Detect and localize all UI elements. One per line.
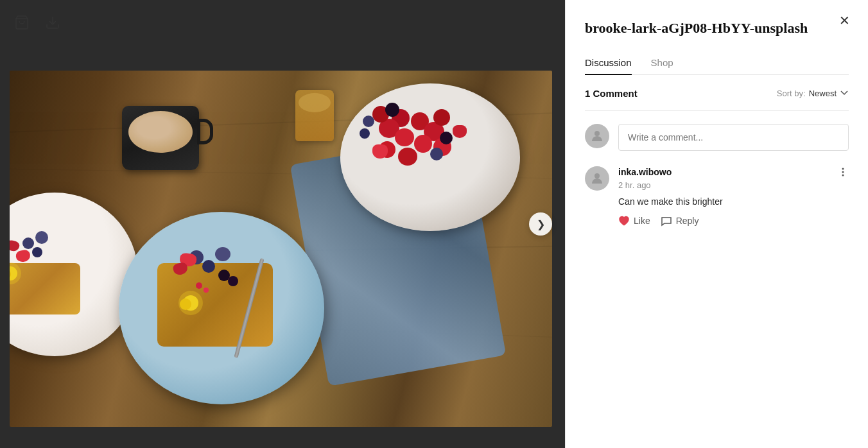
more-menu-button[interactable] (837, 166, 849, 178)
download-button[interactable] (44, 13, 62, 31)
next-arrow-button[interactable]: ❯ (529, 212, 552, 236)
svg-point-2 (595, 131, 600, 136)
commenter-name: inka.wibowo (618, 167, 672, 177)
sort-label: Sort by: (777, 89, 806, 98)
food-image (10, 71, 552, 427)
svg-point-4 (842, 168, 844, 169)
comment-body: inka.wibowo 2 hr. ago Can we make this b… (618, 166, 849, 227)
comment-input[interactable] (618, 124, 849, 151)
comment-header: 1 Comment Sort by: Newest (585, 88, 849, 99)
svg-point-6 (842, 174, 844, 176)
separator (585, 110, 849, 111)
chevron-right-icon: ❯ (537, 218, 545, 230)
comment-text: Can we make this brighter (618, 195, 849, 209)
comment-meta: inka.wibowo (618, 166, 849, 178)
commenter-avatar (585, 166, 609, 191)
like-button[interactable]: Like (618, 215, 650, 227)
reply-label: Reply (676, 216, 699, 226)
reply-button[interactable]: Reply (661, 215, 699, 227)
like-label: Like (634, 216, 650, 226)
close-button[interactable]: ✕ (837, 13, 852, 28)
comment-actions: Like Reply (618, 215, 849, 227)
close-icon: ✕ (839, 13, 850, 28)
svg-point-3 (595, 173, 600, 178)
chevron-down-icon (840, 88, 849, 99)
tab-shop[interactable]: Shop (651, 51, 673, 74)
svg-point-5 (842, 171, 844, 173)
comment-time: 2 hr. ago (618, 180, 849, 190)
write-comment-row (585, 124, 849, 151)
image-panel: ❯ (0, 0, 565, 448)
sort-control[interactable]: Sort by: Newest (777, 88, 849, 99)
right-panel: ✕ brooke-lark-aGjP08-HbYY-unsplash Discu… (565, 0, 868, 448)
sort-value: Newest (809, 89, 837, 98)
tab-discussion[interactable]: Discussion (585, 51, 632, 74)
current-user-avatar (585, 124, 609, 148)
tab-bar: Discussion Shop (585, 51, 849, 75)
comment-item: inka.wibowo 2 hr. ago Can we make this b… (585, 166, 849, 227)
image-title: brooke-lark-aGjP08-HbYY-unsplash (585, 19, 849, 38)
toolbar (0, 0, 565, 45)
comment-count: 1 Comment (585, 88, 638, 99)
bag-button[interactable] (13, 13, 31, 31)
